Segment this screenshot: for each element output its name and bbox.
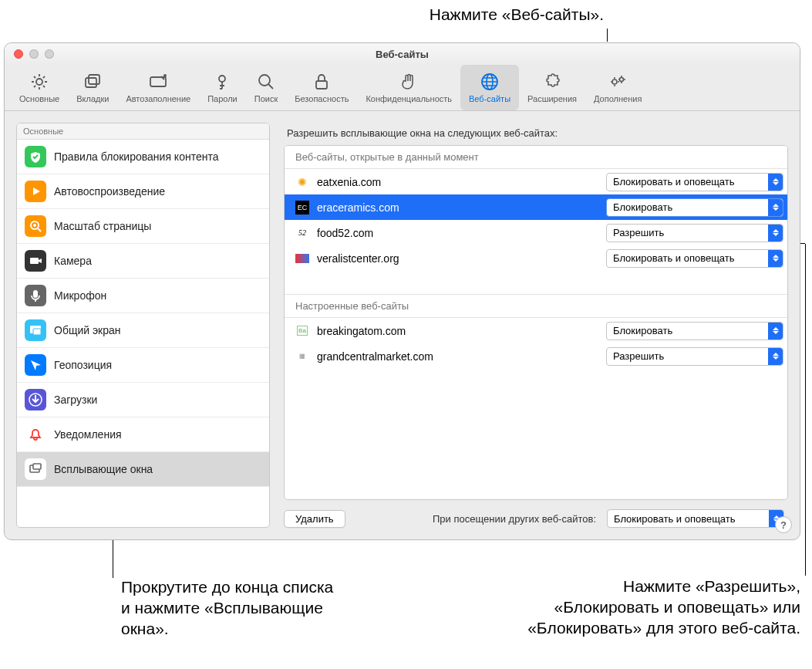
toolbar-label: Автозаполнение bbox=[126, 94, 190, 103]
permission-value: Разрешить bbox=[613, 227, 664, 238]
toolbar-lock[interactable]: Безопасность bbox=[286, 65, 357, 110]
sidebar-item-location[interactable]: Геопозиция bbox=[17, 348, 269, 383]
permission-value: Разрешить bbox=[613, 350, 664, 362]
favicon bbox=[295, 252, 309, 265]
chevron-updown-icon bbox=[768, 174, 783, 191]
favicon: 52 bbox=[295, 226, 309, 240]
section-configured-sites: Настроенные веб-сайты bbox=[285, 294, 787, 318]
chevron-updown-icon bbox=[768, 225, 783, 242]
other-sites-value: Блокировать и оповещать bbox=[614, 513, 736, 525]
sidebar-item-zoom[interactable]: Масштаб страницы bbox=[17, 209, 269, 244]
site-domain: grandcentralmarket.com bbox=[317, 350, 598, 363]
mic-icon bbox=[25, 285, 46, 306]
svg-rect-7 bbox=[33, 464, 41, 469]
sidebar-item-screen[interactable]: Общий экран bbox=[17, 313, 269, 348]
sidebar-item-download[interactable]: Загрузки bbox=[17, 383, 269, 417]
callout-line bbox=[607, 29, 608, 42]
toolbar-key[interactable]: Пароли bbox=[199, 65, 246, 110]
toolbar-tabs[interactable]: Вкладки bbox=[68, 65, 117, 110]
toolbar-label: Дополнения bbox=[594, 94, 642, 103]
sidebar-header: Основные bbox=[17, 123, 269, 140]
autofill-icon bbox=[148, 72, 168, 92]
other-sites-label: При посещении других веб-сайтов: bbox=[433, 513, 596, 525]
toolbar-label: Основные bbox=[19, 94, 59, 103]
callout-top: Нажмите «Веб-сайты». bbox=[342, 4, 604, 25]
sidebar-item-label: Всплывающие окна bbox=[54, 463, 153, 475]
preferences-window: Веб-сайты ОсновныеВкладкиАвтозаполнениеП… bbox=[4, 42, 800, 540]
sidebar-item-label: Геопозиция bbox=[54, 359, 112, 371]
window-title: Веб-сайты bbox=[5, 49, 800, 60]
sidebar-item-label: Масштаб страницы bbox=[54, 220, 151, 232]
sidebar-item-shield[interactable]: Правила блокирования контента bbox=[17, 140, 269, 174]
sidebar-item-camera[interactable]: Камера bbox=[17, 244, 269, 279]
toolbar-autofill[interactable]: Автозаполнение bbox=[117, 65, 199, 110]
site-row[interactable]: 52food52.comРазрешить bbox=[285, 220, 787, 245]
chevron-updown-icon bbox=[768, 348, 783, 365]
chevron-updown-icon bbox=[768, 199, 783, 216]
tabs-icon bbox=[83, 72, 103, 92]
site-domain: breakingatom.com bbox=[317, 325, 598, 337]
favicon: ▦ bbox=[295, 350, 309, 363]
toolbar: ОсновныеВкладкиАвтозаполнениеПаролиПоиск… bbox=[5, 65, 800, 111]
toolbar-label: Вкладки bbox=[76, 94, 109, 103]
sidebar-item-label: Общий экран bbox=[54, 324, 121, 336]
toolbar-gears[interactable]: Дополнения bbox=[585, 65, 650, 110]
globe-icon bbox=[480, 72, 500, 92]
site-row[interactable]: ECeraceramics.comБлокировать bbox=[285, 194, 787, 220]
help-button[interactable]: ? bbox=[775, 516, 792, 533]
toolbar-label: Пароли bbox=[207, 94, 238, 103]
lock-icon bbox=[312, 72, 332, 92]
section-open-sites: Веб-сайты, открытые в данный момент bbox=[285, 146, 787, 169]
toolbar-globe[interactable]: Веб-сайты bbox=[460, 65, 519, 110]
download-icon bbox=[25, 389, 46, 411]
sidebar-item-label: Уведомления bbox=[54, 428, 122, 441]
sidebar: Основные Правила блокирования контентаАв… bbox=[16, 123, 270, 528]
site-row[interactable]: ✺eatxenia.comБлокировать и оповещать bbox=[285, 169, 787, 194]
location-icon bbox=[25, 354, 46, 376]
search-icon bbox=[256, 72, 276, 92]
toolbar-puzzle[interactable]: Расширения bbox=[519, 65, 585, 110]
site-row[interactable]: Babreakingatom.comБлокировать bbox=[285, 318, 787, 343]
other-sites-select[interactable]: Блокировать и оповещать bbox=[607, 509, 784, 528]
chevron-updown-icon bbox=[768, 323, 783, 340]
toolbar-hand[interactable]: Конфиденциальность bbox=[357, 65, 460, 110]
site-domain: veralistcenter.org bbox=[317, 252, 598, 265]
favicon: Ba bbox=[295, 324, 309, 338]
permission-select[interactable]: Блокировать и оповещать bbox=[606, 249, 783, 268]
svg-rect-4 bbox=[33, 329, 41, 335]
permission-select[interactable]: Разрешить bbox=[606, 224, 783, 242]
toolbar-label: Веб-сайты bbox=[469, 94, 510, 103]
key-icon bbox=[212, 72, 232, 92]
permission-value: Блокировать bbox=[613, 325, 672, 336]
site-row[interactable]: veralistcenter.orgБлокировать и оповещат… bbox=[285, 245, 787, 271]
permission-select[interactable]: Разрешить bbox=[606, 347, 783, 366]
sidebar-item-label: Правила блокирования контента bbox=[54, 150, 218, 163]
gears-icon bbox=[608, 72, 628, 92]
sidebar-item-label: Камера bbox=[54, 255, 92, 267]
permission-select[interactable]: Блокировать bbox=[606, 198, 783, 217]
sidebar-item-mic[interactable]: Микрофон bbox=[17, 279, 269, 313]
sidebar-item-play[interactable]: Автовоспроизведение bbox=[17, 174, 269, 209]
zoom-icon bbox=[25, 215, 46, 237]
svg-rect-2 bbox=[33, 290, 38, 298]
toolbar-label: Расширения bbox=[527, 94, 577, 103]
permission-select[interactable]: Блокировать bbox=[606, 322, 783, 340]
chevron-updown-icon bbox=[768, 250, 783, 267]
sidebar-item-popup[interactable]: Всплывающие окна bbox=[17, 452, 269, 487]
permission-value: Блокировать bbox=[613, 201, 672, 213]
toolbar-gear[interactable]: Основные bbox=[11, 65, 68, 110]
site-row[interactable]: ▦grandcentralmarket.comРазрешить bbox=[285, 343, 787, 369]
pane-title: Разрешить всплывающие окна на следующих … bbox=[287, 127, 788, 139]
sidebar-item-bell[interactable]: Уведомления bbox=[17, 417, 269, 452]
hand-icon bbox=[399, 72, 419, 92]
play-icon bbox=[25, 181, 46, 202]
toolbar-search[interactable]: Поиск bbox=[246, 65, 286, 110]
titlebar: Веб-сайты bbox=[5, 43, 800, 65]
toolbar-label: Поиск bbox=[254, 94, 278, 103]
sidebar-item-label: Микрофон bbox=[54, 289, 106, 302]
shield-icon bbox=[25, 146, 46, 167]
favicon: ✺ bbox=[295, 175, 309, 189]
remove-button[interactable]: Удалить bbox=[284, 510, 345, 528]
permission-select[interactable]: Блокировать и оповещать bbox=[606, 173, 783, 191]
popup-icon bbox=[25, 458, 46, 480]
